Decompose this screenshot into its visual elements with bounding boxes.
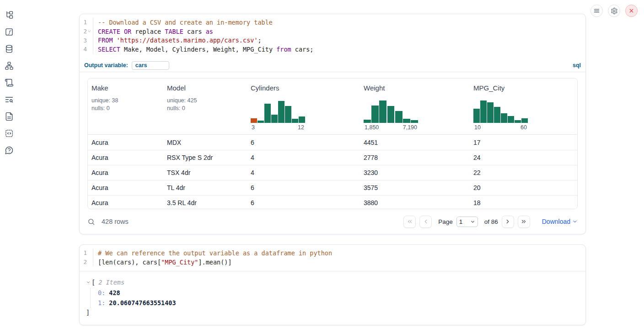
first-page-button[interactable] (403, 216, 416, 228)
axis-max: 12 (298, 124, 304, 131)
line-number: 2 (81, 28, 87, 35)
axis-min: 10 (474, 124, 481, 131)
column-header-cylinders[interactable]: Cylinders 312 (247, 79, 360, 134)
download-label: Download (542, 218, 570, 225)
line-number: 3 (81, 37, 87, 44)
scratchpad-icon[interactable] (4, 78, 14, 88)
chevron-left-icon (423, 218, 429, 225)
python-cell: 1 # We can reference the output variable… (79, 244, 586, 325)
chevrons-right-icon (521, 218, 527, 225)
data-table: Make unique: 38nulls: 0 Model unique: 42… (87, 78, 578, 209)
histogram-bar (258, 121, 264, 123)
topbar (590, 5, 638, 17)
pagination: Page 1 of 86 Download (403, 216, 578, 228)
histogram-bar (271, 115, 278, 123)
last-page-button[interactable] (518, 216, 530, 228)
item-index: 0: (98, 289, 105, 296)
menu-button[interactable] (590, 5, 603, 17)
find-in-logs-icon[interactable] (4, 95, 14, 105)
left-sidebar: ƒ (0, 0, 18, 333)
table-row: AcuraTSX 4dr4323022 (88, 165, 577, 180)
histogram-bar (285, 106, 291, 123)
items-count-label: 2 Items (98, 279, 124, 286)
histogram-bar (508, 116, 514, 123)
column-header-make[interactable]: Make unique: 38nulls: 0 (88, 79, 163, 134)
code-line: 4 SELECT Make, Model, Cylinders, Weight,… (80, 45, 585, 54)
gear-icon (611, 7, 618, 15)
output-variable-row: Output variable: sql (80, 59, 585, 72)
python-editor[interactable]: 1 # We can reference the output variable… (80, 245, 585, 271)
menu-icon (593, 7, 600, 14)
page-label: Page (438, 218, 453, 225)
histogram-bar (292, 119, 298, 123)
histogram-bar (251, 118, 257, 123)
histogram-bar (299, 116, 305, 123)
chevrons-left-icon (407, 218, 413, 225)
fold-chevron-icon[interactable] (87, 29, 92, 33)
item-value: 20.060747663551403 (109, 299, 176, 307)
page-select-value: 1 (459, 218, 463, 225)
column-unique: unique: 38 (91, 97, 160, 105)
collapse-chevron-icon[interactable] (86, 280, 91, 285)
documentation-icon[interactable] (4, 111, 14, 122)
sql-string: 'https://datasets.marimo.app/cars.csv' (117, 37, 258, 44)
language-badge: sql (573, 62, 581, 69)
column-nulls: nulls: 0 (167, 105, 243, 112)
histogram-bar (387, 106, 395, 123)
table-row: AcuraMDX6445117 (88, 135, 577, 150)
row-count: 428 rows (102, 218, 129, 225)
histogram-bar (379, 100, 386, 123)
tree-items: 0: 428 1: 20.060747663551403 (90, 288, 578, 308)
search-button[interactable] (87, 218, 95, 226)
histogram-bar (278, 101, 284, 123)
next-page-button[interactable] (502, 216, 514, 228)
table-header: Make unique: 38nulls: 0 Model unique: 42… (88, 79, 577, 135)
histogram-bar (521, 118, 528, 123)
line-number: 1 (81, 249, 87, 256)
output-variable-input[interactable] (132, 61, 169, 70)
help-icon[interactable] (4, 145, 14, 155)
mpg-city-histogram (473, 99, 528, 123)
histogram-bar (494, 107, 500, 123)
histogram-bar (501, 113, 507, 123)
close-icon (628, 8, 634, 14)
list-item: 0: 428 (98, 288, 578, 298)
column-nulls: nulls: 0 (91, 105, 160, 112)
sql-editor[interactable]: 1 -- Download a CSV and create an in-mem… (80, 14, 585, 59)
settings-button[interactable] (608, 5, 620, 17)
histogram-bar (487, 102, 494, 123)
file-explorer-icon[interactable] (4, 10, 14, 20)
python-comment: # We can reference the output variable a… (98, 249, 332, 257)
histogram-bar (480, 100, 487, 123)
functions-icon[interactable]: ƒ (4, 27, 14, 37)
python-string: "MPG_City" (161, 259, 198, 266)
weight-histogram (364, 99, 418, 123)
sql-comment: -- Download a CSV and create an in-memor… (98, 19, 273, 26)
output-variable-label: Output variable: (84, 62, 128, 69)
shutdown-button[interactable] (625, 5, 638, 17)
histogram-bar (411, 120, 418, 123)
datasources-icon[interactable] (4, 44, 14, 54)
snippets-icon[interactable] (4, 128, 14, 138)
column-header-model[interactable]: Model unique: 425nulls: 0 (163, 79, 247, 134)
dependency-graph-icon[interactable] (4, 61, 14, 71)
table-footer: 428 rows Page 1 of 86 Download (87, 209, 578, 234)
item-index: 1: (98, 299, 105, 307)
column-unique: unique: 425 (167, 97, 243, 105)
previous-page-button[interactable] (419, 216, 432, 228)
column-header-weight[interactable]: Weight 1,8507,190 (360, 79, 470, 134)
chevron-down-icon (572, 219, 578, 224)
page-select[interactable]: 1 (456, 217, 478, 227)
histogram-bar (403, 119, 410, 123)
line-number: 2 (81, 259, 87, 265)
axis-min: 3 (252, 124, 255, 131)
histogram-bar (515, 120, 521, 123)
code-line: 1 -- Download a CSV and create an in-mem… (80, 18, 585, 27)
table-row: Acura3.5 RL 4dr6388018 (88, 195, 577, 209)
search-icon (87, 218, 95, 226)
histogram-bar (264, 104, 271, 123)
download-button[interactable]: Download (542, 218, 578, 225)
column-header-mpg-city[interactable]: MPG_City 1060 (470, 79, 577, 134)
histogram-bar (395, 111, 402, 123)
item-value: 428 (109, 289, 120, 296)
